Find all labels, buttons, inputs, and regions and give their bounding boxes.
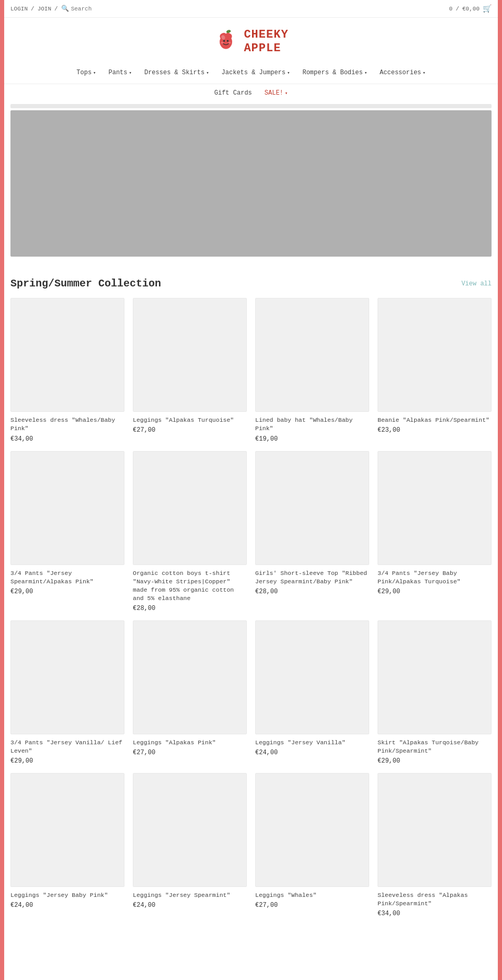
separator1: / [31, 6, 35, 12]
cart-icon[interactable]: 🛒 [483, 4, 492, 13]
product-card[interactable]: 3/4 Pants "Jersey Vanilla/ Lief Leven"€2… [10, 620, 124, 765]
product-price: €24,00 [255, 749, 369, 756]
product-name: Leggings "Alpakas Turquoise" [133, 416, 247, 424]
product-price: €34,00 [378, 910, 492, 917]
top-bar: LOGIN / JOIN / 🔍 0 / €0,00 🛒 [0, 0, 502, 18]
nav-tops[interactable]: Tops ▾ [70, 66, 102, 79]
logo-apple-icon [213, 29, 238, 54]
nav-rompers-bodies[interactable]: Rompers & Bodies ▾ [296, 66, 373, 79]
product-card[interactable]: Sleeveless dress "Whales/Baby Pink"€34,0… [10, 298, 124, 442]
product-image [10, 298, 124, 412]
product-name: 3/4 Pants "Jersey Spearmint/Alpakas Pink… [10, 569, 124, 586]
product-card[interactable]: Girls' Short-sleeve Top "Ribbed Jersey S… [255, 451, 369, 612]
view-all-link[interactable]: View all [461, 280, 492, 287]
svg-point-5 [229, 42, 231, 43]
nav-sale[interactable]: SALE! ▾ [258, 86, 294, 100]
cart-separator: / [455, 6, 459, 12]
separator2: / [54, 6, 58, 12]
svg-point-2 [223, 40, 225, 42]
hero-strip [10, 104, 492, 108]
product-price: €28,00 [255, 588, 369, 595]
logo-container[interactable]: CHEEKY APPLE [213, 28, 288, 56]
pants-caret: ▾ [129, 70, 132, 76]
cart-price: €0,00 [462, 6, 480, 12]
join-link[interactable]: JOIN [38, 6, 51, 12]
logo-text: CHEEKY APPLE [244, 28, 288, 56]
product-name: Organic cotton boys t-shirt "Navy-White … [133, 569, 247, 603]
product-card[interactable]: Leggings "Jersey Baby Pink"€24,00 [10, 773, 124, 917]
product-card[interactable]: Lined baby hat "Whales/Baby Pink"€19,00 [255, 298, 369, 442]
product-price: €34,00 [10, 435, 124, 443]
nav-row2: Gift Cards SALE! ▾ [0, 84, 502, 104]
product-name: 3/4 Pants "Jersey Vanilla/ Lief Leven" [10, 739, 124, 755]
product-price: €28,00 [133, 605, 247, 612]
product-card[interactable]: Skirt "Alpakas Turqoise/Baby Pink/Spearm… [378, 620, 492, 765]
product-card[interactable]: 3/4 Pants "Jersey Spearmint/Alpakas Pink… [10, 451, 124, 612]
svg-point-3 [227, 40, 229, 42]
product-name: Leggings "Alpakas Pink" [133, 739, 247, 747]
product-card[interactable]: Leggings "Whales"€27,00 [255, 773, 369, 917]
product-name: Leggings "Jersey Spearmint" [133, 891, 247, 900]
product-card[interactable]: Organic cotton boys t-shirt "Navy-White … [133, 451, 247, 612]
nav-gift-cards[interactable]: Gift Cards [208, 86, 258, 100]
svg-point-4 [221, 42, 224, 43]
product-card[interactable]: 3/4 Pants "Jersey Baby Pink/Alpakas Turq… [378, 451, 492, 612]
product-image [255, 298, 369, 412]
nav-jackets-jumpers[interactable]: Jackets & Jumpers ▾ [215, 66, 296, 79]
product-name: Lined baby hat "Whales/Baby Pink" [255, 416, 369, 433]
nav-main: Tops ▾ Pants ▾ Dresses & Skirts ▾ Jacket… [0, 62, 502, 84]
nav-dresses-skirts[interactable]: Dresses & Skirts ▾ [138, 66, 215, 79]
product-name: Skirt "Alpakas Turqoise/Baby Pink/Spearm… [378, 739, 492, 755]
product-name: 3/4 Pants "Jersey Baby Pink/Alpakas Turq… [378, 569, 492, 586]
product-price: €27,00 [133, 426, 247, 434]
product-image [133, 773, 247, 887]
hero-banner [10, 110, 492, 257]
product-price: €27,00 [255, 902, 369, 909]
product-name: Beanie "Alpakas Pink/Spearmint" [378, 416, 492, 424]
brand-name-line2: APPLE [244, 42, 288, 55]
top-bar-left: LOGIN / JOIN / 🔍 [10, 5, 144, 13]
product-card[interactable]: Beanie "Alpakas Pink/Spearmint"€23,00 [378, 298, 492, 442]
accessories-caret: ▾ [423, 70, 425, 76]
product-image [378, 620, 492, 734]
product-price: €29,00 [10, 757, 124, 765]
product-image [378, 451, 492, 565]
product-image [255, 773, 369, 887]
product-image [10, 451, 124, 565]
product-card[interactable]: Leggings "Jersey Spearmint"€24,00 [133, 773, 247, 917]
collection-section: Spring/Summer Collection View all Sleeve… [0, 267, 502, 928]
product-price: €24,00 [133, 902, 247, 909]
product-price: €29,00 [378, 588, 492, 595]
product-card[interactable]: Leggings "Jersey Vanilla"€24,00 [255, 620, 369, 765]
product-image [255, 620, 369, 734]
product-name: Leggings "Jersey Baby Pink" [10, 891, 124, 900]
product-image [378, 773, 492, 887]
product-card[interactable]: Sleeveless dress "Alpakas Pink/Spearmint… [378, 773, 492, 917]
product-image [10, 620, 124, 734]
logo-area: CHEEKY APPLE [0, 18, 502, 62]
search-icon[interactable]: 🔍 [61, 5, 69, 13]
product-price: €19,00 [255, 435, 369, 443]
product-image [378, 298, 492, 412]
product-image [255, 451, 369, 565]
rompers-caret: ▾ [364, 70, 367, 76]
product-name: Sleeveless dress "Alpakas Pink/Spearmint… [378, 891, 492, 908]
product-grid: Sleeveless dress "Whales/Baby Pink"€34,0… [10, 298, 492, 928]
top-bar-right: 0 / €0,00 🛒 [449, 4, 492, 13]
cart-count: 0 [449, 6, 453, 12]
product-price: €29,00 [378, 757, 492, 765]
nav-accessories[interactable]: Accessories ▾ [373, 66, 432, 79]
brand-name-line1: CHEEKY [244, 28, 288, 42]
tops-caret: ▾ [93, 70, 96, 76]
product-name: Sleeveless dress "Whales/Baby Pink" [10, 416, 124, 433]
login-link[interactable]: LOGIN [10, 6, 28, 12]
product-image [133, 451, 247, 565]
product-price: €24,00 [10, 902, 124, 909]
search-input[interactable] [71, 6, 144, 12]
product-name: Leggings "Jersey Vanilla" [255, 739, 369, 747]
product-name: Girls' Short-sleeve Top "Ribbed Jersey S… [255, 569, 369, 586]
product-card[interactable]: Leggings "Alpakas Pink"€27,00 [133, 620, 247, 765]
nav-pants[interactable]: Pants ▾ [102, 66, 138, 79]
product-card[interactable]: Leggings "Alpakas Turquoise"€27,00 [133, 298, 247, 442]
dresses-caret: ▾ [206, 70, 209, 76]
